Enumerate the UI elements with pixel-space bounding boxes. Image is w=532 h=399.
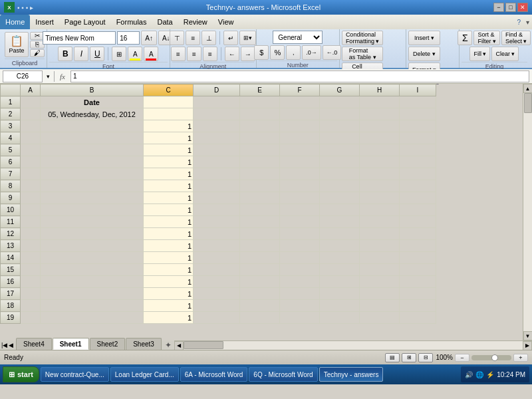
scroll-track-v[interactable]: [523, 93, 532, 331]
cell-D7[interactable]: [194, 168, 240, 180]
row-header-13[interactable]: 13: [1, 240, 21, 252]
cell-H19[interactable]: [360, 312, 400, 324]
cell-C7[interactable]: 1: [144, 168, 194, 180]
page-break-view-button[interactable]: ⊟: [418, 353, 433, 362]
cell-A19[interactable]: [21, 312, 41, 324]
underline-button[interactable]: U: [90, 47, 104, 61]
cell-D18[interactable]: [194, 300, 240, 312]
row-header-7[interactable]: 7: [1, 168, 21, 180]
clear-button[interactable]: Clear ▾: [491, 47, 519, 61]
cell-H5[interactable]: [360, 144, 400, 156]
row-header-4[interactable]: 4: [1, 132, 21, 144]
cell-G14[interactable]: [320, 252, 360, 264]
increase-font-button[interactable]: A↑: [141, 31, 157, 45]
cell-G8[interactable]: [320, 180, 360, 192]
cell-H13[interactable]: [360, 240, 400, 252]
cell-B6[interactable]: [41, 156, 144, 168]
cell-I6[interactable]: [400, 156, 436, 168]
conditional-format-button[interactable]: ConditionalFormatting ▾: [342, 31, 384, 45]
align-left-button[interactable]: ≡: [171, 47, 186, 61]
cell-H9[interactable]: [360, 192, 400, 204]
cell-C14[interactable]: 1: [144, 252, 194, 264]
cell-I8[interactable]: [400, 180, 436, 192]
zoom-slider[interactable]: [471, 355, 511, 360]
cell-H7[interactable]: [360, 168, 400, 180]
cell-D13[interactable]: [194, 240, 240, 252]
cell-F11[interactable]: [280, 216, 320, 228]
cell-D17[interactable]: [194, 288, 240, 300]
cell-E14[interactable]: [240, 252, 280, 264]
cell-G3[interactable]: [320, 120, 360, 132]
cell-E4[interactable]: [240, 132, 280, 144]
menu-review[interactable]: Review: [178, 15, 213, 29]
insert-cells-button[interactable]: Insert ▾: [408, 31, 440, 45]
cell-D6[interactable]: [194, 156, 240, 168]
cell-A13[interactable]: [21, 240, 41, 252]
cell-H1[interactable]: [360, 96, 400, 108]
row-header-1[interactable]: 1: [1, 96, 21, 108]
formula-input[interactable]: [70, 70, 529, 82]
cell-C13[interactable]: 1: [144, 240, 194, 252]
cell-I18[interactable]: [400, 300, 436, 312]
cell-I9[interactable]: [400, 192, 436, 204]
zoom-thumb[interactable]: [491, 354, 498, 361]
percent-button[interactable]: %: [270, 45, 285, 60]
col-header-a[interactable]: A: [21, 84, 41, 96]
scroll-up-button[interactable]: ▲: [523, 84, 533, 93]
minimize-button[interactable]: −: [493, 3, 504, 12]
number-format-select[interactable]: General: [273, 31, 323, 44]
cell-B17[interactable]: [41, 288, 144, 300]
cell-H4[interactable]: [360, 132, 400, 144]
cell-G11[interactable]: [320, 216, 360, 228]
cell-B16[interactable]: [41, 276, 144, 288]
cell-F15[interactable]: [280, 264, 320, 276]
cell-G13[interactable]: [320, 240, 360, 252]
cell-I5[interactable]: [400, 144, 436, 156]
cell-D3[interactable]: [194, 120, 240, 132]
cell-I12[interactable]: [400, 228, 436, 240]
row-header-5[interactable]: 5: [1, 144, 21, 156]
cell-F8[interactable]: [280, 180, 320, 192]
first-tab-button[interactable]: |◀: [0, 342, 9, 348]
cell-G6[interactable]: [320, 156, 360, 168]
cell-C12[interactable]: 1: [144, 228, 194, 240]
cell-E1[interactable]: [240, 96, 280, 108]
cell-F16[interactable]: [280, 276, 320, 288]
cell-B18[interactable]: [41, 300, 144, 312]
zoom-in-button[interactable]: +: [513, 354, 528, 362]
merge-center-button[interactable]: ⊞▾: [239, 31, 256, 45]
cell-C19[interactable]: 1: [144, 312, 194, 324]
cell-I17[interactable]: [400, 288, 436, 300]
horizontal-scrollbar[interactable]: ◀ ▶: [174, 340, 532, 350]
cell-G9[interactable]: [320, 192, 360, 204]
cell-C3[interactable]: 1: [144, 120, 194, 132]
sort-filter-button[interactable]: Sort &Filter ▾: [473, 31, 500, 45]
add-sheet-button[interactable]: ✦: [162, 340, 174, 350]
cell-I16[interactable]: [400, 276, 436, 288]
col-header-b[interactable]: B: [41, 84, 144, 96]
cell-A5[interactable]: [21, 144, 41, 156]
cell-I19[interactable]: [400, 312, 436, 324]
cell-G4[interactable]: [320, 132, 360, 144]
cell-E16[interactable]: [240, 276, 280, 288]
row-header-17[interactable]: 17: [1, 288, 21, 300]
cell-F19[interactable]: [280, 312, 320, 324]
decrease-indent-button[interactable]: ←: [225, 47, 239, 61]
cell-A7[interactable]: [21, 168, 41, 180]
cell-C4[interactable]: 1: [144, 132, 194, 144]
cell-A3[interactable]: [21, 120, 41, 132]
cell-F6[interactable]: [280, 156, 320, 168]
cell-D16[interactable]: [194, 276, 240, 288]
cell-G1[interactable]: [320, 96, 360, 108]
cell-ref-dropdown[interactable]: ▾: [45, 73, 51, 80]
align-bottom-button[interactable]: ⊥: [201, 31, 216, 45]
cell-F14[interactable]: [280, 252, 320, 264]
scroll-left-button[interactable]: ◀: [174, 341, 184, 350]
sheet-tab-sheet2[interactable]: Sheet2: [90, 338, 126, 350]
col-header-i[interactable]: I: [400, 84, 436, 96]
font-color-button[interactable]: A: [144, 47, 158, 61]
cell-E5[interactable]: [240, 144, 280, 156]
cell-E13[interactable]: [240, 240, 280, 252]
cell-D5[interactable]: [194, 144, 240, 156]
scroll-track-h[interactable]: [184, 341, 523, 350]
